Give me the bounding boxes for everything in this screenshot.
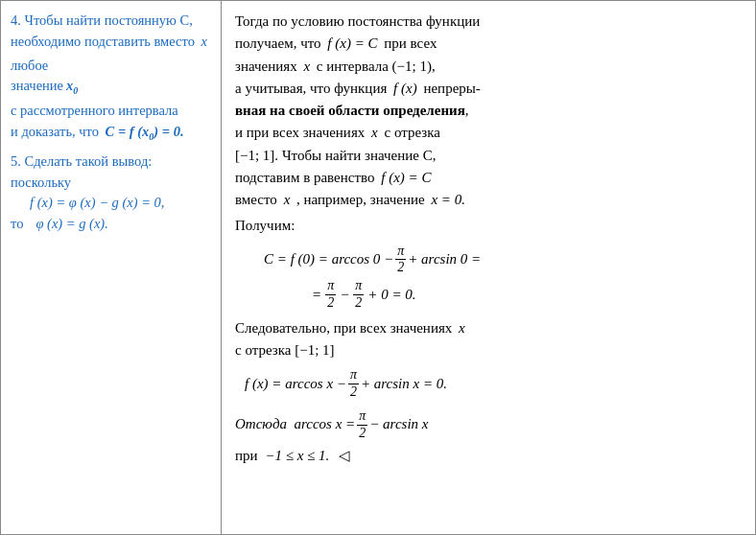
right-panel: Тогда по условию постоянства функции пол… (222, 1, 755, 534)
step4-text5: с рассмотренного интервала (11, 101, 178, 122)
frac-pi-2-1: π 2 (395, 244, 406, 277)
right-para1: Тогда по условию постоянства функции (235, 11, 742, 33)
para2c-bold: вная на своей области определения (235, 103, 465, 118)
left-panel: 4. Чтобы найти постоянную С, необходимо … (1, 1, 222, 534)
x-eq-0: x = 0. (428, 189, 465, 211)
frac-pi-2-2: π 2 (325, 278, 336, 312)
para4b-text: подставим в равенство (235, 167, 375, 189)
para1b-text: получаем, что (235, 33, 321, 55)
step4-text3: любое (11, 56, 48, 77)
final-ineq-line: при −1 ≤ x ≤ 1. ◁ (235, 445, 742, 467)
eq2-line: = π 2 − π 2 + 0 = 0. (312, 278, 742, 312)
step4-line4: и доказать, что C = f (x0) = 0. (11, 122, 211, 144)
interval2-text: [−1; 1]. (235, 148, 278, 163)
step5-line1: 5. Сделать такой вывод: поскольку (11, 151, 211, 194)
para1c-text: при всех (384, 33, 437, 55)
fx-eq-c: f (x) = C (324, 33, 382, 55)
right-para1c: значениях x с интервала (−1; 1), (235, 56, 742, 78)
para2-text: а учитывая, что функция (235, 78, 387, 100)
arcsin-eq-text: + arcsin x = 0. (361, 373, 447, 395)
s-otrezka-text: с отрезка (235, 342, 291, 358)
right-para2: а учитывая, что функция f (x) непреры- (235, 78, 742, 100)
para1d-text: значениях (235, 56, 297, 78)
para2b-text: непреры- (423, 78, 480, 100)
interval1-text: с интервала (−1; 1), (317, 56, 436, 78)
interval3-text: [−1; 1] (295, 342, 334, 358)
frac-pi-n: π 2 (348, 367, 359, 401)
right-para4: подставим в равенство f (x) = C (235, 167, 742, 189)
step5-text1: 5. Сделать такой вывод: поскольку (11, 153, 152, 190)
step4-line1: 4. Чтобы найти постоянную С, (11, 11, 211, 32)
step4-x0: x0 (66, 76, 78, 98)
step4-text6: и доказать, что (11, 122, 99, 143)
sled-text: Следовательно, при всех значениях (235, 317, 452, 339)
final-ineq-text: −1 ≤ x ≤ 1. (262, 445, 330, 467)
frac-pi-2-4: π 2 (357, 408, 367, 442)
main-eq-line: C = f (0) = arccos 0 − π 2 + arcsin 0 = (264, 244, 742, 277)
minus-sym: − (340, 284, 349, 306)
frac-pi-2-3: π 2 (353, 278, 364, 312)
para4d-text: , например, значение (296, 189, 425, 211)
right-para2c: вная на своей области определения, (235, 100, 742, 122)
poluchim-text: Получим: (235, 218, 295, 233)
pri-text: при (235, 445, 258, 467)
step4-text1: 4. Чтобы найти постоянную С, (11, 12, 193, 28)
eq-main-text: C = f (0) = arccos 0 − (264, 248, 393, 270)
para4c-text: вместо (235, 189, 277, 211)
plus-0-eq-0: + 0 = 0. (367, 284, 415, 306)
step4-eq: C = f (x0) = 0. (102, 122, 184, 144)
step4-line3: значение x0 с рассмотренного интервала (11, 76, 211, 122)
step5-eq2: φ (x) = g (x). (35, 214, 107, 235)
x5: x (455, 317, 464, 339)
right-para4b: вместо x , например, значение x = 0. (235, 189, 742, 211)
right-para3: и при всех значениях x с отрезка (235, 122, 742, 144)
plus-arcsin-0: + arcsin 0 = (408, 248, 481, 270)
step5-eq1: f (x) = φ (x) − g (x) = 0, (30, 193, 211, 214)
minus-arcsin-text: − arcsin x (369, 413, 428, 435)
right-para3b: [−1; 1]. Чтобы найти значение С, (235, 145, 742, 167)
final-eq-left: f (x) = arccos x − (245, 373, 346, 395)
step4-x: x (198, 32, 211, 53)
para3b-text: с отрезка (384, 122, 439, 144)
para3-text: и при всех значениях (235, 122, 365, 144)
right-para1b: получаем, что f (x) = C при всех (235, 33, 742, 55)
poluchim-label: Получим: (235, 215, 742, 237)
eq2-equals: = (312, 284, 321, 306)
sled-line: Следовательно, при всех значениях x (235, 317, 742, 339)
step4-text4: значение (11, 76, 63, 97)
fx2: f (x) (390, 78, 420, 100)
step4-text2: необходимо подставить вместо (11, 32, 195, 53)
final-eq-line: f (x) = arccos x − π 2 + arcsin x = 0. (245, 367, 742, 401)
otsyuda-line: Отсюда arccos x = π 2 − arcsin x (235, 408, 742, 442)
step4-line2: необходимо подставить вместо x любое (11, 32, 211, 77)
right-para1-text: Тогда по условию постоянства функции (235, 13, 480, 29)
triangle-symbol: ◁ (339, 445, 350, 467)
step5-line2: то φ (x) = g (x). (11, 214, 211, 235)
step5-text2: то (11, 214, 23, 235)
para4-text: Чтобы найти значение С, (282, 148, 437, 163)
x4: x (280, 189, 294, 211)
x-var: x (300, 56, 314, 78)
x3: x (367, 122, 381, 144)
otsyuda-text: Отсюда arccos x = (235, 413, 355, 435)
s-otrezka-line: с отрезка [−1; 1] (235, 339, 742, 361)
fx-eq-c2: f (x) = C (378, 167, 436, 189)
main-container: 4. Чтобы найти постоянную С, необходимо … (0, 0, 756, 535)
